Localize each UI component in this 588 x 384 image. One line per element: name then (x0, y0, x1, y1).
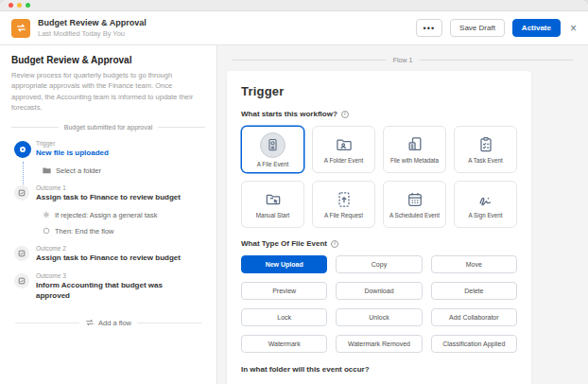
add-flow-icon (85, 319, 95, 326)
sidebar-outcome-3-node[interactable]: Outcome 3 Inform Accounting that budget … (11, 272, 205, 302)
add-flow-label: Add a flow (98, 319, 131, 327)
close-window-dot[interactable] (9, 3, 13, 8)
sidebar-outcome-1-node[interactable]: Outcome 1 Assign task to Finance to revi… (11, 184, 205, 236)
maximize-window-dot[interactable] (26, 3, 30, 8)
tile-a-sign-event[interactable]: A Sign Event (454, 181, 517, 228)
tile-label: A File Request (324, 212, 363, 218)
question-text: What starts this workflow? (241, 110, 337, 118)
tile-a-task-event[interactable]: A Task Event (454, 126, 517, 173)
select-folder-label: Select a folder (56, 166, 101, 175)
tile-label: A Folder Event (324, 157, 363, 164)
question-folder: In what folder will this event occur? (241, 365, 517, 374)
scheduled-event-icon (406, 190, 424, 209)
info-icon[interactable] (341, 111, 349, 118)
file-event-type-move[interactable]: Move (431, 255, 517, 273)
close-icon[interactable]: × (570, 22, 577, 35)
tile-label: A Scheduled Event (389, 212, 440, 218)
minimize-window-dot[interactable] (17, 3, 22, 8)
outcome-node-icon (14, 185, 29, 201)
flow-name-divider: Budget submitted for approval (11, 124, 205, 131)
activate-button[interactable]: Activate (512, 19, 561, 37)
question-text: What Type Of File Event (241, 239, 327, 248)
file-event-type-preview[interactable]: Preview (241, 282, 327, 300)
workflow-description: Review process for quarterly budgets to … (11, 70, 205, 113)
workflow-title: Budget Review & Approval (38, 18, 147, 27)
workflow-sidebar: Budget Review & Approval Review process … (0, 45, 217, 384)
app-header: Budget Review & Approval Last Modified T… (0, 11, 588, 45)
tile-file-with-metadata[interactable]: File with Metadata (383, 126, 446, 173)
outcome-label: Outcome 2 (36, 245, 205, 252)
folder-icon (43, 166, 51, 174)
folder-event-icon (335, 135, 354, 154)
tile-a-scheduled-event[interactable]: A Scheduled Event (383, 181, 446, 228)
outcome-detail-row[interactable]: Then: End the flow (43, 227, 205, 236)
tile-label: Manual Start (256, 212, 290, 218)
manual-start-icon (264, 190, 283, 209)
outcome-title[interactable]: Assign task to Finance to review budget (36, 253, 192, 264)
sidebar-workflow-title: Budget Review & Approval (11, 55, 205, 65)
sidebar-trigger-node[interactable]: Trigger New file is uploaded Select a fo… (11, 140, 205, 175)
more-options-button[interactable]: ••• (416, 19, 442, 37)
file-event-type-grid: New Upload Copy Move Preview Download De… (241, 255, 517, 353)
flow-canvas: Flow 1 Trigger What starts this workflow… (217, 45, 588, 384)
file-event-type-copy[interactable]: Copy (336, 255, 422, 273)
outcome-label: Outcome 1 (36, 184, 205, 191)
tile-label: A Task Event (468, 157, 502, 164)
file-metadata-icon (406, 135, 424, 154)
outcome-detail-text: If rejected: Assign a general task (55, 211, 157, 219)
selection-halo (260, 132, 285, 158)
info-icon[interactable] (331, 240, 338, 248)
file-request-icon (335, 190, 354, 209)
question-file-event-type: What Type Of File Event (241, 239, 517, 248)
tile-a-file-request[interactable]: A File Request (312, 181, 375, 228)
sign-event-icon (476, 190, 495, 209)
outcome-node-icon (14, 273, 29, 288)
trigger-label: Trigger (36, 140, 205, 147)
file-event-type-watermark[interactable]: Watermark (241, 335, 327, 353)
flow-name-label: Budget submitted for approval (64, 124, 152, 131)
tile-a-folder-event[interactable]: A Folder Event (312, 126, 375, 173)
outcome-title[interactable]: Assign task to Finance to review budget (36, 193, 192, 203)
flow-tab: Flow 1 (233, 57, 573, 63)
outcome-detail-row[interactable]: If rejected: Assign a general task (43, 211, 205, 219)
file-event-type-unlock[interactable]: Unlock (336, 308, 422, 326)
tile-manual-start[interactable]: Manual Start (241, 181, 304, 228)
window-chrome (0, 0, 588, 11)
gear-icon (43, 211, 50, 218)
file-event-type-delete[interactable]: Delete (431, 282, 517, 300)
file-event-type-add-collaborator[interactable]: Add Collaborator (431, 308, 517, 326)
question-what-starts: What starts this workflow? (241, 110, 517, 118)
file-event-type-classification-applied[interactable]: Classification Applied (431, 335, 517, 353)
tile-a-file-event[interactable]: A File Event (241, 126, 304, 173)
trigger-node-icon (14, 141, 31, 158)
file-event-type-lock[interactable]: Lock (241, 308, 327, 326)
relay-app-icon (11, 19, 30, 38)
tile-label: A Sign Event (468, 212, 502, 218)
task-event-icon (476, 135, 495, 154)
outcome-label: Outcome 3 (36, 272, 205, 279)
outcome-detail-text: Then: End the flow (55, 227, 114, 236)
save-draft-button[interactable]: Save Draft (450, 19, 505, 37)
question-text: In what folder will this event occur? (241, 365, 370, 374)
outcome-node-icon (14, 246, 29, 261)
trigger-type-grid: A File Event A Folder Event File with Me… (241, 126, 517, 228)
file-event-type-download[interactable]: Download (336, 282, 422, 300)
last-modified-text: Last Modified Today By You (38, 29, 147, 38)
select-folder-row[interactable]: Select a folder (43, 166, 205, 175)
trigger-title[interactable]: New file is uploaded (36, 148, 192, 159)
flow-tab-label: Flow 1 (393, 57, 413, 63)
file-event-type-new-upload[interactable]: New Upload (241, 255, 327, 273)
card-title: Trigger (241, 84, 517, 98)
file-event-type-watermark-removed[interactable]: Watermark Removed (336, 335, 422, 353)
tile-label: A File Event (257, 161, 289, 167)
app-window: Budget Review & Approval Last Modified T… (0, 0, 588, 384)
file-event-icon (265, 137, 281, 153)
add-flow-row: Add a flow (15, 319, 201, 327)
outcome-title[interactable]: Inform Accounting that budget was approv… (36, 281, 192, 302)
add-flow-button[interactable]: Add a flow (85, 319, 131, 327)
trigger-card: Trigger What starts this workflow? A Fil… (227, 71, 531, 384)
circle-icon (43, 227, 50, 235)
sidebar-outcome-2-node[interactable]: Outcome 2 Assign task to Finance to revi… (11, 245, 205, 264)
tile-label: File with Metadata (390, 157, 439, 164)
